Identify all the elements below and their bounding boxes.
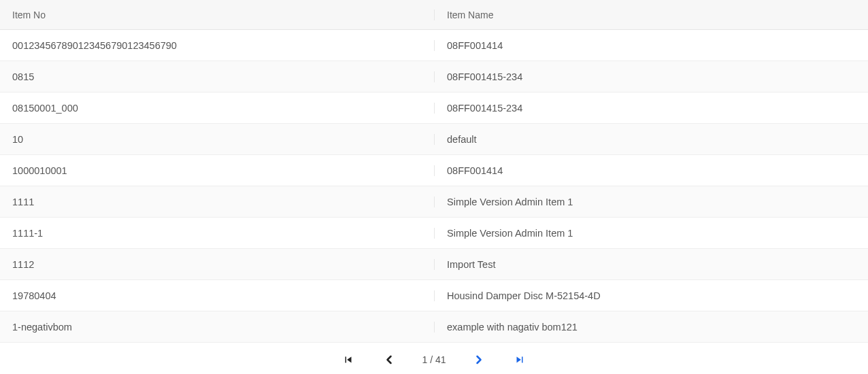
table-row[interactable]: 10default [0, 124, 868, 155]
skip-last-icon [514, 354, 526, 366]
cell-item-name: 08FF001415-234 [434, 71, 868, 82]
cell-item-name: 08FF001415-234 [434, 103, 868, 114]
pager-next-button[interactable] [471, 352, 487, 368]
cell-item-name: Housind Damper Disc M-52154-4D [434, 290, 868, 301]
cell-item-no: 0815 [0, 71, 434, 82]
cell-item-name: Import Test [434, 259, 868, 270]
table-row[interactable]: 00123456789012345679012345679008FF001414 [0, 30, 868, 61]
data-table: Item No Item Name 0012345678901234567901… [0, 0, 868, 343]
table-row[interactable]: 100001000108FF001414 [0, 155, 868, 186]
cell-item-name: Simple Version Admin Item 1 [434, 197, 868, 207]
pager-last-button[interactable] [512, 352, 528, 368]
table-header: Item No Item Name [0, 0, 868, 30]
cell-item-no: 1000010001 [0, 165, 434, 176]
chevron-right-icon [472, 353, 486, 367]
pager: 1 / 41 [0, 343, 868, 373]
table-body: 00123456789012345679012345679008FF001414… [0, 30, 868, 343]
cell-item-name: example with nagativ bom121 [434, 322, 868, 333]
chevron-left-icon [382, 353, 396, 367]
cell-item-name: Simple Version Admin Item 1 [434, 228, 868, 239]
table-row[interactable]: 1112Import Test [0, 249, 868, 280]
table-row[interactable]: 08150001_00008FF001415-234 [0, 92, 868, 124]
cell-item-name: default [434, 134, 868, 145]
table-row[interactable]: 081508FF001415-234 [0, 61, 868, 92]
table-row[interactable]: 1111-1Simple Version Admin Item 1 [0, 218, 868, 249]
cell-item-no: 08150001_000 [0, 103, 434, 114]
table-row[interactable]: 1111Simple Version Admin Item 1 [0, 186, 868, 218]
cell-item-no: 1112 [0, 259, 434, 270]
column-header-item-no[interactable]: Item No [0, 10, 434, 20]
cell-item-no: 1111 [0, 197, 434, 207]
table-row[interactable]: 19780404Housind Damper Disc M-52154-4D [0, 280, 868, 311]
column-header-item-name[interactable]: Item Name [434, 10, 868, 20]
cell-item-name: 08FF001414 [434, 40, 868, 51]
cell-item-no: 1111-1 [0, 228, 434, 239]
cell-item-no: 001234567890123456790123456790 [0, 40, 434, 51]
table-row[interactable]: 1-negativbomexample with nagativ bom121 [0, 311, 868, 343]
pager-page-label: 1 / 41 [422, 354, 446, 365]
skip-first-icon [342, 354, 354, 366]
pager-first-button[interactable] [340, 352, 356, 368]
pager-prev-button[interactable] [381, 352, 397, 368]
cell-item-name: 08FF001414 [434, 165, 868, 176]
cell-item-no: 10 [0, 134, 434, 145]
cell-item-no: 19780404 [0, 290, 434, 301]
cell-item-no: 1-negativbom [0, 322, 434, 333]
